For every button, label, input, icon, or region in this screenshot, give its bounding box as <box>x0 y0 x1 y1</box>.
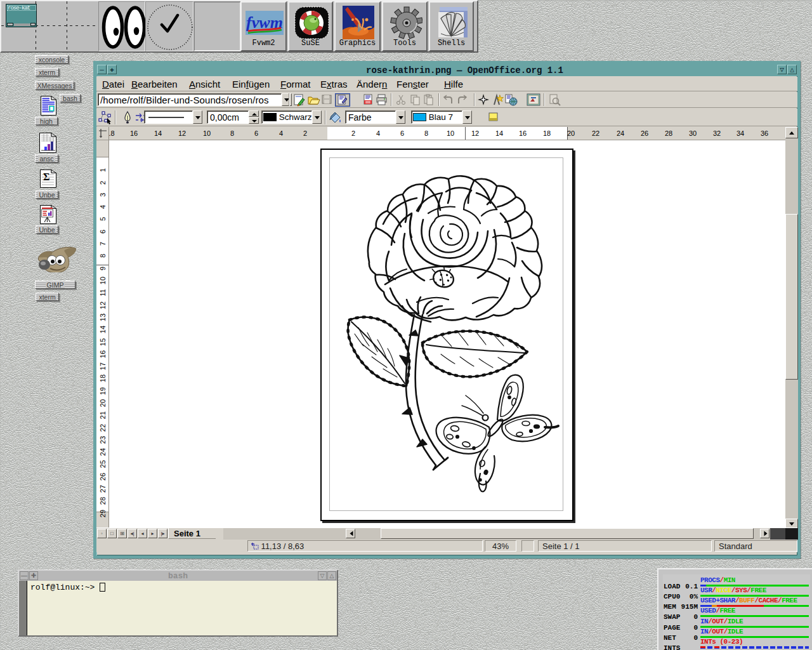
svg-text:Σ: Σ <box>43 171 49 182</box>
